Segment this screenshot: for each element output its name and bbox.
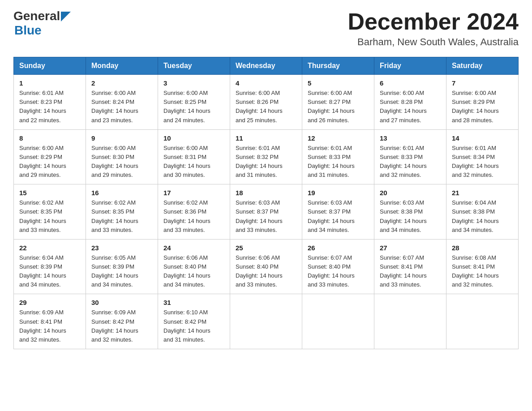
day-number: 19	[308, 189, 369, 197]
calendar-cell: 22Sunrise: 6:04 AMSunset: 8:39 PMDayligh…	[14, 239, 86, 294]
day-info: Sunrise: 6:00 AMSunset: 8:28 PMDaylight:…	[380, 89, 441, 125]
day-number: 10	[163, 134, 224, 142]
svg-marker-0	[61, 12, 71, 21]
calendar-cell: 10Sunrise: 6:00 AMSunset: 8:31 PMDayligh…	[158, 129, 230, 184]
calendar-cell: 23Sunrise: 6:05 AMSunset: 8:39 PMDayligh…	[86, 239, 158, 294]
day-info: Sunrise: 6:06 AMSunset: 8:40 PMDaylight:…	[163, 253, 224, 290]
day-info: Sunrise: 6:03 AMSunset: 8:38 PMDaylight:…	[380, 198, 441, 235]
calendar-cell: 1Sunrise: 6:01 AMSunset: 8:23 PMDaylight…	[14, 75, 86, 130]
calendar-cell: 13Sunrise: 6:01 AMSunset: 8:33 PMDayligh…	[374, 129, 446, 184]
day-number: 8	[19, 134, 80, 142]
day-number: 13	[380, 134, 441, 142]
calendar-cell: 2Sunrise: 6:00 AMSunset: 8:24 PMDaylight…	[86, 75, 158, 130]
calendar-cell	[446, 294, 519, 349]
day-number: 27	[380, 244, 441, 252]
day-info: Sunrise: 6:02 AMSunset: 8:35 PMDaylight:…	[91, 198, 152, 235]
weekday-header-tuesday: Tuesday	[158, 57, 230, 75]
day-info: Sunrise: 6:01 AMSunset: 8:33 PMDaylight:…	[380, 144, 441, 180]
day-number: 23	[91, 244, 152, 252]
day-number: 25	[236, 244, 296, 252]
day-info: Sunrise: 6:04 AMSunset: 8:38 PMDaylight:…	[452, 198, 513, 235]
calendar-cell: 16Sunrise: 6:02 AMSunset: 8:35 PMDayligh…	[86, 184, 158, 240]
day-number: 26	[308, 244, 369, 252]
calendar-cell: 11Sunrise: 6:01 AMSunset: 8:32 PMDayligh…	[230, 129, 302, 184]
day-info: Sunrise: 6:02 AMSunset: 8:35 PMDaylight:…	[19, 198, 80, 235]
day-info: Sunrise: 6:03 AMSunset: 8:37 PMDaylight:…	[308, 198, 369, 235]
day-info: Sunrise: 6:00 AMSunset: 8:29 PMDaylight:…	[19, 144, 80, 180]
calendar-cell: 14Sunrise: 6:01 AMSunset: 8:34 PMDayligh…	[446, 129, 519, 184]
calendar-cell: 9Sunrise: 6:00 AMSunset: 8:30 PMDaylight…	[86, 129, 158, 184]
title-section: December 2024 Barham, New South Wales, A…	[348, 9, 519, 48]
calendar-cell: 27Sunrise: 6:07 AMSunset: 8:41 PMDayligh…	[374, 239, 446, 294]
day-info: Sunrise: 6:00 AMSunset: 8:25 PMDaylight:…	[163, 89, 224, 125]
day-number: 22	[19, 244, 80, 252]
day-number: 2	[91, 79, 152, 87]
day-info: Sunrise: 6:01 AMSunset: 8:32 PMDaylight:…	[236, 144, 296, 180]
day-number: 12	[308, 134, 369, 142]
location-subtitle: Barham, New South Wales, Australia	[348, 36, 519, 48]
day-number: 14	[452, 134, 513, 142]
day-number: 30	[91, 299, 152, 306]
weekday-header-sunday: Sunday	[14, 57, 86, 75]
day-info: Sunrise: 6:08 AMSunset: 8:41 PMDaylight:…	[452, 253, 513, 290]
day-number: 31	[163, 299, 224, 306]
logo: General Blue	[13, 9, 71, 38]
day-info: Sunrise: 6:04 AMSunset: 8:39 PMDaylight:…	[19, 253, 80, 290]
day-info: Sunrise: 6:09 AMSunset: 8:41 PMDaylight:…	[19, 308, 80, 344]
day-number: 7	[452, 79, 513, 87]
day-number: 1	[19, 79, 80, 87]
month-year-title: December 2024	[348, 9, 519, 34]
day-number: 4	[236, 79, 296, 87]
calendar-cell	[302, 294, 374, 349]
day-number: 28	[452, 244, 513, 252]
calendar-cell: 12Sunrise: 6:01 AMSunset: 8:33 PMDayligh…	[302, 129, 374, 184]
calendar-cell: 26Sunrise: 6:07 AMSunset: 8:40 PMDayligh…	[302, 239, 374, 294]
calendar-cell: 17Sunrise: 6:02 AMSunset: 8:36 PMDayligh…	[158, 184, 230, 240]
calendar-week-row: 15Sunrise: 6:02 AMSunset: 8:35 PMDayligh…	[14, 184, 519, 240]
day-info: Sunrise: 6:01 AMSunset: 8:34 PMDaylight:…	[452, 144, 513, 180]
logo-blue-text: Blue	[14, 23, 42, 38]
day-number: 16	[91, 189, 152, 197]
day-info: Sunrise: 6:07 AMSunset: 8:41 PMDaylight:…	[380, 253, 441, 290]
calendar-cell: 21Sunrise: 6:04 AMSunset: 8:38 PMDayligh…	[446, 184, 519, 240]
calendar-cell: 30Sunrise: 6:09 AMSunset: 8:42 PMDayligh…	[86, 294, 158, 349]
day-info: Sunrise: 6:05 AMSunset: 8:39 PMDaylight:…	[91, 253, 152, 290]
calendar-cell: 20Sunrise: 6:03 AMSunset: 8:38 PMDayligh…	[374, 184, 446, 240]
day-info: Sunrise: 6:09 AMSunset: 8:42 PMDaylight:…	[91, 308, 152, 344]
calendar-cell: 29Sunrise: 6:09 AMSunset: 8:41 PMDayligh…	[14, 294, 86, 349]
day-number: 20	[380, 189, 441, 197]
day-info: Sunrise: 6:00 AMSunset: 8:24 PMDaylight:…	[91, 89, 152, 125]
weekday-header-thursday: Thursday	[302, 57, 374, 75]
calendar-cell: 25Sunrise: 6:06 AMSunset: 8:40 PMDayligh…	[230, 239, 302, 294]
calendar-cell: 31Sunrise: 6:10 AMSunset: 8:42 PMDayligh…	[158, 294, 230, 349]
day-info: Sunrise: 6:03 AMSunset: 8:37 PMDaylight:…	[236, 198, 296, 235]
day-info: Sunrise: 6:00 AMSunset: 8:30 PMDaylight:…	[91, 144, 152, 180]
weekday-header-monday: Monday	[86, 57, 158, 75]
day-number: 3	[163, 79, 224, 87]
calendar-cell: 18Sunrise: 6:03 AMSunset: 8:37 PMDayligh…	[230, 184, 302, 240]
calendar-table: SundayMondayTuesdayWednesdayThursdayFrid…	[13, 57, 519, 349]
logo-general-text: General	[13, 9, 60, 23]
calendar-cell: 19Sunrise: 6:03 AMSunset: 8:37 PMDayligh…	[302, 184, 374, 240]
day-info: Sunrise: 6:00 AMSunset: 8:29 PMDaylight:…	[452, 89, 513, 125]
day-number: 6	[380, 79, 441, 87]
weekday-header-saturday: Saturday	[446, 57, 519, 75]
calendar-week-row: 22Sunrise: 6:04 AMSunset: 8:39 PMDayligh…	[14, 239, 519, 294]
calendar-week-row: 8Sunrise: 6:00 AMSunset: 8:29 PMDaylight…	[14, 129, 519, 184]
calendar-cell: 7Sunrise: 6:00 AMSunset: 8:29 PMDaylight…	[446, 75, 519, 130]
day-number: 15	[19, 189, 80, 197]
day-number: 5	[308, 79, 369, 87]
calendar-cell: 28Sunrise: 6:08 AMSunset: 8:41 PMDayligh…	[446, 239, 519, 294]
day-number: 29	[19, 299, 80, 306]
calendar-cell: 8Sunrise: 6:00 AMSunset: 8:29 PMDaylight…	[14, 129, 86, 184]
day-number: 9	[91, 134, 152, 142]
day-number: 11	[236, 134, 296, 142]
calendar-cell: 15Sunrise: 6:02 AMSunset: 8:35 PMDayligh…	[14, 184, 86, 240]
day-info: Sunrise: 6:00 AMSunset: 8:26 PMDaylight:…	[236, 89, 296, 125]
calendar-cell: 5Sunrise: 6:00 AMSunset: 8:27 PMDaylight…	[302, 75, 374, 130]
day-info: Sunrise: 6:01 AMSunset: 8:23 PMDaylight:…	[19, 89, 80, 125]
day-info: Sunrise: 6:00 AMSunset: 8:31 PMDaylight:…	[163, 144, 224, 180]
logo-triangle-icon	[61, 12, 71, 21]
weekday-header-friday: Friday	[374, 57, 446, 75]
weekday-header-wednesday: Wednesday	[230, 57, 302, 75]
